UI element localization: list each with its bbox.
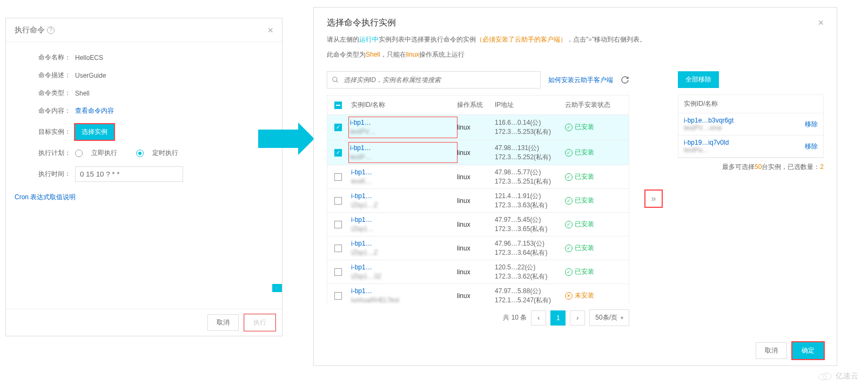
os-cell: linux (457, 292, 495, 300)
table-header: 实例ID/名称 操作系统 IP地址 云助手安装状态 (327, 96, 629, 115)
plan-label: 执行计划 (38, 148, 75, 158)
arrow-icon (258, 123, 314, 155)
panel-header: 执行命令 ? × (6, 18, 282, 42)
selected-name: testPa… (684, 146, 729, 154)
row-checkbox[interactable] (334, 124, 342, 131)
description-2: 此命令类型为Shell，只能在linux操作系统上运行 (327, 49, 824, 61)
content-label: 命令内容 (38, 106, 75, 116)
instance-id[interactable]: i-bp1… (351, 215, 457, 225)
row-checkbox[interactable] (334, 149, 342, 157)
table-row[interactable]: i-bp1…iZbp1…3Z linux 120.5…22(公)172.3…3.… (327, 260, 629, 284)
svg-line-1 (337, 81, 338, 83)
refresh-icon[interactable] (621, 76, 629, 84)
os-cell: linux (457, 245, 495, 252)
remove-link[interactable]: 移除 (805, 120, 818, 129)
instance-name: iZbp1…Z (351, 248, 457, 258)
feedback-tab[interactable]: 咨询·建议 (272, 284, 282, 292)
instance-name: lunhuaRHELTest (351, 296, 457, 304)
prev-page-button[interactable]: ‹ (531, 310, 546, 326)
radio-immediate[interactable] (75, 150, 83, 157)
check-icon: ✓ (565, 149, 573, 157)
remove-link[interactable]: 移除 (805, 142, 818, 151)
table-row[interactable]: i-bp1…iZbp1…Z linux 121.4…1.91(公)172.3…3… (327, 189, 629, 213)
desc-value: UserGuide (75, 72, 106, 79)
table-row[interactable]: i-bp1…lunhuaRHELTest linux 47.97…5.88(公)… (327, 284, 629, 304)
select-instance-panel: 选择命令执行实例 × 请从左侧的运行中实例列表中选择要执行命令的实例（必须安装了… (313, 7, 837, 366)
instance-id[interactable]: i-bp1… (351, 263, 457, 272)
check-icon: ✓ (565, 173, 573, 181)
close-icon[interactable]: × (267, 24, 273, 36)
table-row[interactable]: i-bp1…testPV… linux 116.6…0.14(公)172.3…5… (327, 115, 629, 140)
os-cell: linux (457, 268, 495, 276)
time-label: 执行时间 (38, 170, 75, 179)
instance-name: testP… (350, 153, 456, 162)
remove-all-button[interactable]: 全部移除 (678, 71, 719, 88)
help-icon[interactable]: ? (47, 26, 55, 34)
table-row[interactable]: i-bp1…testK… linux 47.98…5.77(公)172.3…5.… (327, 165, 629, 189)
row-checkbox[interactable] (334, 268, 342, 276)
instance-id[interactable]: i-bp1… (350, 144, 456, 153)
os-cell: linux (457, 197, 495, 205)
check-icon: ✓ (565, 197, 573, 205)
instance-id[interactable]: i-bp1… (351, 168, 457, 177)
type-label: 命令类型 (38, 89, 75, 98)
selected-header: 实例ID/名称 (678, 95, 823, 113)
execute-button[interactable]: 执行 (244, 314, 275, 331)
check-icon: ✓ (565, 245, 573, 252)
name-value: HelloECS (75, 54, 103, 62)
instance-name: iZbp1… (351, 225, 457, 234)
cron-help-link[interactable]: Cron 表达式取值说明 (15, 193, 271, 202)
cancel-button[interactable]: 取消 (207, 314, 239, 331)
view-content-link[interactable]: 查看命令内容 (75, 106, 114, 116)
os-cell: linux (457, 173, 495, 181)
modal-title: 选择命令执行实例 (327, 18, 396, 27)
check-icon: ✓ (565, 268, 573, 276)
selection-summary: 最多可选择50台实例，已选数量：2 (678, 162, 824, 172)
svg-point-3 (823, 373, 831, 380)
radio-scheduled[interactable] (136, 150, 144, 157)
instance-id[interactable]: i-bp1… (351, 239, 457, 248)
instance-name: testPV… (350, 127, 456, 137)
select-all-checkbox[interactable] (334, 101, 342, 109)
instance-id[interactable]: i-bp1… (350, 118, 456, 127)
next-page-button[interactable]: › (570, 310, 585, 326)
svg-point-0 (333, 77, 337, 82)
selected-row: i-bp1e…b3vqr6gttestPV…ome移除 (678, 113, 823, 136)
row-checkbox[interactable] (334, 173, 342, 181)
instance-id[interactable]: i-bp1… (351, 192, 457, 201)
selected-id[interactable]: i-bp1e…b3vqr6gt (684, 117, 734, 124)
total-count: 共 10 条 (503, 313, 527, 322)
check-icon: ✓ (565, 221, 573, 228)
description-1: 请从左侧的运行中实例列表中选择要执行命令的实例（必须安装了云助手的客户端），点击… (327, 34, 824, 46)
os-cell: linux (457, 149, 495, 157)
search-icon (332, 76, 339, 84)
cancel-button[interactable]: 取消 (756, 342, 787, 359)
select-instance-button[interactable]: 选择实例 (75, 124, 114, 140)
install-help-link[interactable]: 如何安装云助手客户端 (548, 76, 613, 85)
selected-row: i-bp19…iq7v0ldtestPa…移除 (678, 136, 823, 158)
instance-name: iZbp1…3Z (351, 272, 457, 281)
row-checkbox[interactable] (334, 197, 342, 205)
confirm-button[interactable]: 确定 (792, 342, 824, 359)
selected-id[interactable]: i-bp19…iq7v0ld (684, 139, 729, 146)
cron-input[interactable] (75, 166, 183, 182)
row-checkbox[interactable] (334, 245, 342, 252)
execute-command-panel: 执行命令 ? × 命令名称HelloECS 命令描述UserGuide 命令类型… (5, 18, 282, 336)
chevron-down-icon: ▾ (621, 315, 623, 321)
type-value: Shell (75, 90, 90, 97)
instance-id[interactable]: i-bp1… (351, 287, 457, 296)
os-cell: linux (457, 124, 495, 131)
table-row[interactable]: i-bp1…iZbp1… linux 47.97…5.45(公)172.3…3.… (327, 213, 629, 236)
search-box[interactable] (327, 71, 541, 89)
table-row[interactable]: i-bp1…iZbp1…Z linux 47.96…7.153(公)172.3…… (327, 236, 629, 260)
target-label: 目标实例 (38, 127, 75, 137)
close-icon[interactable]: × (818, 17, 824, 29)
row-checkbox[interactable] (334, 221, 342, 228)
page-size-select[interactable]: 50条/页▾ (589, 309, 629, 326)
watermark: 亿速云 (817, 371, 858, 382)
page-1-button[interactable]: 1 (550, 310, 566, 326)
transfer-right-button[interactable]: » (645, 191, 662, 207)
search-input[interactable] (344, 76, 536, 84)
row-checkbox[interactable] (334, 292, 342, 300)
table-row[interactable]: i-bp1…testP… linux 47.98…131(公)172.3…5.2… (327, 140, 629, 166)
